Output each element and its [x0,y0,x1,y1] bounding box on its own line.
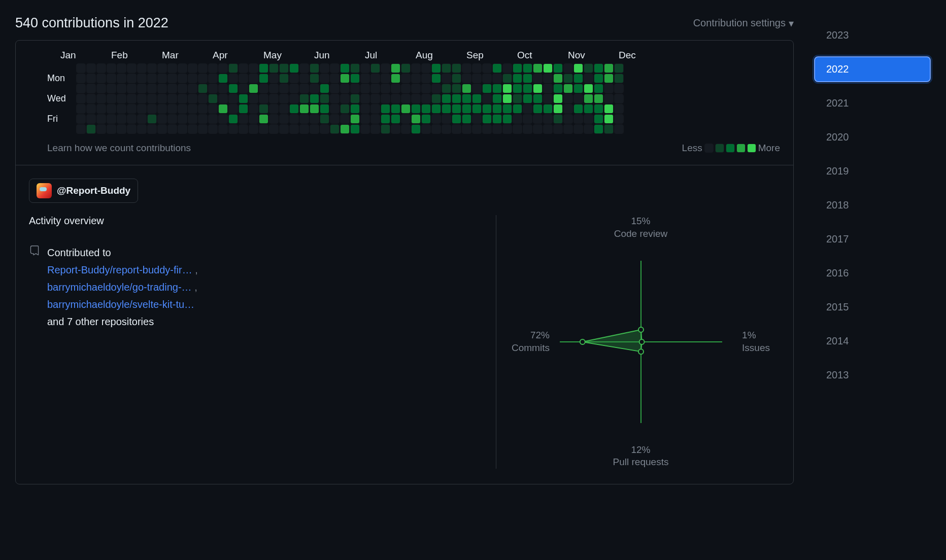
contribution-cell[interactable] [138,84,146,93]
contribution-cell[interactable] [554,74,562,83]
contribution-cell[interactable] [310,84,319,93]
contribution-cell[interactable] [188,94,197,103]
contribution-cell[interactable] [341,94,349,103]
contribution-cell[interactable] [259,64,268,73]
contribution-cell[interactable] [472,125,481,133]
contribution-cell[interactable] [148,115,156,123]
contribution-cell[interactable] [158,74,166,83]
contribution-cell[interactable] [564,74,572,83]
contribution-cell[interactable] [533,64,542,73]
contribution-cell[interactable] [168,94,177,103]
contribution-cell[interactable] [574,104,583,113]
contribution-cell[interactable] [594,84,603,93]
contribution-cell[interactable] [87,94,95,103]
contribution-cell[interactable] [249,84,258,93]
contribution-cell[interactable] [493,74,501,83]
contribution-cell[interactable] [310,115,319,123]
contribution-cell[interactable] [422,104,430,113]
contribution-cell[interactable] [280,125,288,133]
contribution-cell[interactable] [503,125,512,133]
contribution-cell[interactable] [371,64,380,73]
contribution-cell[interactable] [432,94,441,103]
contribution-cell[interactable] [391,74,400,83]
contribution-cell[interactable] [341,64,349,73]
contribution-calendar[interactable] [77,64,623,133]
contribution-cell[interactable] [290,104,298,113]
contribution-cell[interactable] [371,104,380,113]
contribution-cell[interactable] [330,104,339,113]
contribution-cell[interactable] [513,94,522,103]
contribution-cell[interactable] [523,94,532,103]
contribution-cell[interactable] [442,125,451,133]
contribution-cell[interactable] [290,84,298,93]
contribution-cell[interactable] [472,64,481,73]
contribution-cell[interactable] [138,104,146,113]
contribution-cell[interactable] [310,94,319,103]
contribution-cell[interactable] [462,84,471,93]
contribution-cell[interactable] [198,115,207,123]
contribution-cell[interactable] [412,84,420,93]
contribution-cell[interactable] [97,104,106,113]
contribution-cell[interactable] [604,74,613,83]
contribution-cell[interactable] [168,115,177,123]
contribution-cell[interactable] [87,115,95,123]
contribution-cell[interactable] [462,64,471,73]
contribution-cell[interactable] [330,125,339,133]
contribution-cell[interactable] [533,115,542,123]
contribution-cell[interactable] [493,115,501,123]
year-filter-2022[interactable]: 2022 [814,56,931,82]
contribution-cell[interactable] [77,74,85,83]
contribution-cell[interactable] [483,104,491,113]
contribution-cell[interactable] [574,115,583,123]
contribution-cell[interactable] [351,74,359,83]
contribution-cell[interactable] [148,74,156,83]
contribution-cell[interactable] [188,125,197,133]
contribution-cell[interactable] [209,104,217,113]
contribution-cell[interactable] [127,115,136,123]
contribution-cell[interactable] [178,104,187,113]
contribution-cell[interactable] [219,84,227,93]
contribution-cell[interactable] [117,94,126,103]
contribution-cell[interactable] [564,125,572,133]
contribution-cell[interactable] [432,64,441,73]
contribution-cell[interactable] [544,84,552,93]
contribution-cell[interactable] [594,74,603,83]
contribution-cell[interactable] [442,115,451,123]
contribution-cell[interactable] [422,74,430,83]
contribution-cell[interactable] [269,115,278,123]
contribution-cell[interactable] [198,125,207,133]
contribution-cell[interactable] [381,94,390,103]
contribution-cell[interactable] [604,125,613,133]
contribution-cell[interactable] [401,64,410,73]
contribution-cell[interactable] [300,74,309,83]
contribution-cell[interactable] [198,94,207,103]
contribution-cell[interactable] [320,104,329,113]
contribution-cell[interactable] [432,125,441,133]
contribution-cell[interactable] [97,125,106,133]
contribution-cell[interactable] [564,115,572,123]
contribution-cell[interactable] [280,74,288,83]
year-filter-2013[interactable]: 2013 [814,362,931,388]
contribution-cell[interactable] [513,125,522,133]
contribution-cell[interactable] [422,115,430,123]
contribution-cell[interactable] [361,64,369,73]
contribution-cell[interactable] [239,104,248,113]
contribution-cell[interactable] [198,84,207,93]
contribution-cell[interactable] [269,104,278,113]
contribution-cell[interactable] [584,115,593,123]
contribution-cell[interactable] [168,74,177,83]
contribution-cell[interactable] [259,115,268,123]
contribution-cell[interactable] [412,74,420,83]
contribution-cell[interactable] [381,115,390,123]
contribution-cell[interactable] [483,115,491,123]
contribution-cell[interactable] [604,94,613,103]
contribution-cell[interactable] [442,94,451,103]
contribution-cell[interactable] [462,74,471,83]
contribution-cell[interactable] [300,84,309,93]
contribution-cell[interactable] [280,64,288,73]
contribution-cell[interactable] [615,104,623,113]
contribution-cell[interactable] [188,64,197,73]
contribution-cell[interactable] [412,94,420,103]
contribution-cell[interactable] [422,84,430,93]
contribution-cell[interactable] [584,84,593,93]
